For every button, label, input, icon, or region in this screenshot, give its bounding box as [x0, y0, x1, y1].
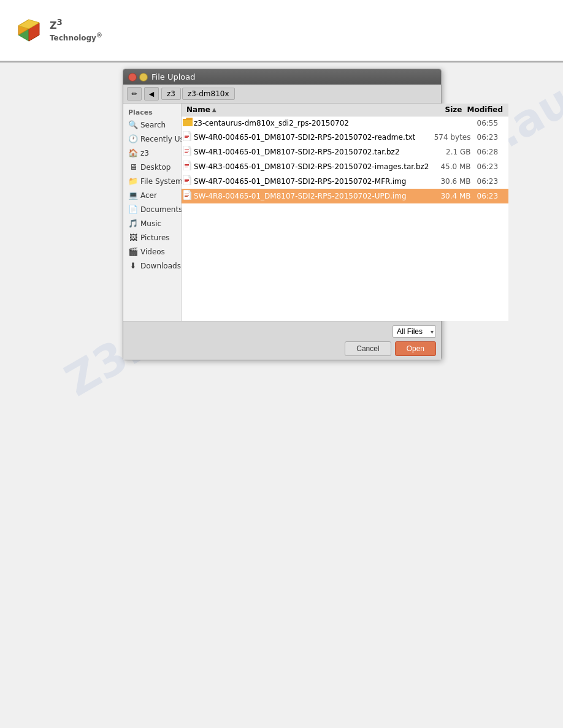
file-modified: 06:23 [475, 192, 508, 200]
breadcrumb-z3-dm810x[interactable]: z3-dm810x [182, 88, 235, 100]
svg-rect-12 [185, 152, 188, 153]
svg-rect-11 [185, 151, 189, 151]
sidebar-icon: ⬇ [128, 261, 138, 270]
sidebar-icon: 🕐 [128, 134, 138, 143]
dialog-bottom: All Files ▾ Cancel Open [123, 321, 441, 360]
sidebar-item-desktop[interactable]: 🖥Desktop [123, 160, 181, 174]
sidebar-item-label: Acer [140, 191, 157, 200]
table-row[interactable]: z3-centaurus-dm810x_sdi2_rps-2015070206:… [182, 116, 508, 130]
sidebar-item-search[interactable]: 🔍Search [123, 118, 181, 132]
sidebar-item-documents[interactable]: 📄Documents [123, 202, 181, 216]
table-row[interactable]: SW-4R1-00465-01_DM8107-SDI2-RPS-20150702… [182, 145, 508, 159]
edit-button[interactable]: ✏ [127, 87, 142, 100]
file-size: 574 bytes [432, 133, 475, 142]
minimize-button[interactable] [139, 73, 148, 82]
file-list-area: Name ▲ Size Modified z3-centaurus-dm810x… [182, 104, 508, 321]
open-button[interactable]: Open [395, 341, 436, 356]
file-name: SW-4R0-00465-01_DM8107-SDI2-RPS-20150702… [194, 133, 432, 142]
dialog-toolbar: ✏ ◀ z3 z3-dm810x [123, 85, 441, 104]
header-separator [0, 61, 563, 63]
sidebar-item-label: z3 [140, 149, 149, 157]
file-list-body[interactable]: z3-centaurus-dm810x_sdi2_rps-2015070206:… [182, 116, 508, 321]
file-size: 2.1 GB [432, 148, 475, 156]
logo-area: Z3Technology® [12, 13, 102, 47]
svg-rect-6 [185, 135, 189, 135]
table-row[interactable]: SW-4R0-00465-01_DM8107-SDI2-RPS-20150702… [182, 130, 508, 145]
sidebar-item-videos[interactable]: 🎬Videos [123, 245, 181, 259]
file-upload-dialog: File Upload ✏ ◀ z3 z3-dm810x Places 🔍Sea… [123, 69, 442, 360]
dialog-titlebar: File Upload [123, 69, 441, 85]
sidebar-icon: 📄 [128, 205, 138, 214]
file-icon [182, 131, 194, 143]
svg-rect-8 [185, 137, 188, 138]
breadcrumb-z3[interactable]: z3 [161, 88, 181, 100]
svg-rect-19 [185, 180, 189, 181]
sidebar-icon: 💻 [128, 191, 138, 200]
file-modified: 06:23 [475, 162, 508, 171]
breadcrumb-area: z3 z3-dm810x [161, 88, 235, 100]
file-size: 45.0 MB [432, 162, 475, 171]
sidebar-item-downloads[interactable]: ⬇Downloads [123, 259, 181, 273]
table-row[interactable]: SW-4R7-00465-01_DM8107-SDI2-RPS-20150702… [182, 174, 508, 189]
col-name-header[interactable]: Name ▲ [182, 105, 422, 114]
table-row[interactable]: SW-4R8-00465-01_DM8107-SDI2-RPS-20150702… [182, 189, 508, 203]
file-list-header: Name ▲ Size Modified [182, 104, 508, 116]
sidebar: Places 🔍Search🕐Recently Used🏠z3🖥Desktop📁… [123, 104, 182, 321]
sidebar-item-label: Pictures [140, 233, 170, 242]
file-icon [182, 175, 194, 187]
sidebar-item-label: Search [140, 121, 166, 129]
svg-rect-14 [185, 164, 189, 165]
filter-row: All Files ▾ [128, 325, 436, 338]
dialog-title: File Upload [151, 72, 195, 82]
col-modified-header[interactable]: Modified [465, 105, 499, 114]
sidebar-item-z3[interactable]: 🏠z3 [123, 146, 181, 160]
sidebar-item-pictures[interactable]: 🖼Pictures [123, 230, 181, 245]
file-icon [182, 146, 194, 157]
sidebar-item-label: Downloads [140, 262, 181, 270]
col-size-header[interactable]: Size [422, 105, 465, 114]
back-button[interactable]: ◀ [144, 87, 159, 100]
svg-rect-24 [185, 196, 188, 197]
folder-icon [182, 118, 194, 128]
filter-select[interactable]: All Files [393, 325, 436, 338]
header-bar: Z3Technology® [0, 0, 563, 61]
svg-rect-22 [185, 194, 189, 194]
svg-rect-15 [185, 165, 189, 166]
scrollbar-header [499, 105, 508, 114]
sidebar-item-music[interactable]: 🎵Music [123, 216, 181, 230]
svg-rect-18 [185, 179, 189, 180]
sidebar-item-acer[interactable]: 💻Acer [123, 188, 181, 202]
file-modified: 06:55 [475, 119, 508, 127]
title-buttons [128, 73, 148, 82]
logo-text: Z3Technology® [50, 18, 102, 44]
close-button[interactable] [128, 73, 137, 82]
sort-arrow: ▲ [212, 107, 216, 113]
file-icon [182, 190, 194, 202]
sidebar-item-label: File System [140, 177, 183, 186]
sidebar-item-recently-used[interactable]: 🕐Recently Used [123, 132, 181, 146]
file-modified: 06:28 [475, 148, 508, 156]
svg-rect-16 [185, 167, 188, 167]
sidebar-item-label: Music [140, 219, 161, 228]
svg-rect-4 [183, 120, 193, 126]
file-icon [182, 161, 194, 172]
table-row[interactable]: SW-4R3-00465-01_DM8107-SDI2-RPS-20150702… [182, 159, 508, 174]
file-size: 30.6 MB [432, 177, 475, 186]
svg-rect-23 [185, 195, 189, 195]
svg-rect-7 [185, 136, 189, 137]
sidebar-icon: 🖼 [128, 233, 138, 242]
sidebar-icon: 🖥 [128, 162, 138, 172]
cancel-button[interactable]: Cancel [345, 341, 391, 356]
sidebar-icon: 🎬 [128, 247, 138, 256]
places-header: Places [123, 106, 181, 118]
dialog-body: Places 🔍Search🕐Recently Used🏠z3🖥Desktop📁… [123, 104, 441, 321]
sidebar-icon: 🔍 [128, 120, 138, 129]
sidebar-item-label: Videos [140, 248, 165, 256]
file-name: z3-centaurus-dm810x_sdi2_rps-20150702 [194, 119, 432, 127]
file-name: SW-4R1-00465-01_DM8107-SDI2-RPS-20150702… [194, 148, 432, 156]
sidebar-item-label: Documents [140, 205, 182, 214]
file-name: SW-4R8-00465-01_DM8107-SDI2-RPS-20150702… [194, 192, 432, 200]
sidebar-item-file-system[interactable]: 📁File System [123, 174, 181, 188]
filter-wrapper: All Files ▾ [393, 325, 436, 338]
button-row: Cancel Open [128, 341, 436, 356]
